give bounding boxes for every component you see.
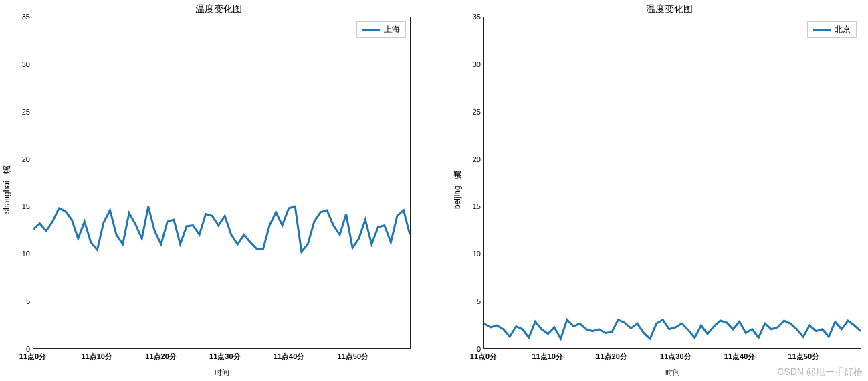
y-tick: 15 — [22, 202, 30, 210]
chart-title: 温度变化图 — [27, 3, 411, 15]
x-tick: 11点50分 — [338, 352, 368, 362]
y-tick: 25 — [22, 108, 30, 116]
charts-container: 温度变化图 shanghai温度 05101520253035 上海 11点0分… — [0, 0, 868, 381]
x-tick: 11点30分 — [660, 352, 691, 362]
y-tick: 15 — [473, 202, 481, 210]
chart-title: 温度变化图 — [477, 3, 861, 15]
x-tick: 11点20分 — [145, 352, 176, 362]
chart-beijing: 温度变化图 beijing温度 05101520253035 北京 11点0分1… — [451, 3, 861, 378]
x-tick: 11点0分 — [19, 352, 46, 362]
x-tick: 11点20分 — [596, 352, 627, 362]
plot-with-axes: 05101520253035 上海 11点0分11点10分11点20分11点30… — [14, 17, 411, 378]
x-tick: 11点10分 — [82, 352, 112, 362]
data-line — [33, 206, 410, 252]
y-tick: 10 — [22, 250, 30, 258]
y-tick: 35 — [22, 13, 30, 21]
x-axis: 11点0分11点10分11点20分11点30分11点40分11点50分 — [483, 349, 861, 368]
x-tick: 11点10分 — [532, 352, 563, 362]
x-tick: 11点40分 — [274, 352, 304, 362]
chart-body: shanghai温度 05101520253035 上海 11点0分11点10分… — [0, 17, 411, 378]
line-plot — [33, 17, 410, 348]
plot-with-axes: 05101520253035 北京 11点0分11点10分11点20分11点30… — [465, 17, 861, 378]
chart-shanghai: 温度变化图 shanghai温度 05101520253035 上海 11点0分… — [0, 3, 411, 378]
y-axis: 05101520253035 — [14, 17, 33, 349]
data-line — [484, 320, 861, 339]
x-axis: 11点0分11点10分11点20分11点30分11点40分11点50分 — [33, 349, 411, 368]
x-axis-label: 时间 — [33, 368, 411, 378]
legend-line-icon — [813, 29, 831, 31]
chart-body: beijing温度 05101520253035 北京 11点0分11点10分1… — [451, 17, 861, 378]
plot-area: 上海 — [33, 17, 411, 349]
x-axis-label: 时间 — [483, 368, 861, 378]
line-plot — [484, 17, 861, 348]
y-tick: 25 — [473, 108, 481, 116]
y-tick: 5 — [477, 297, 481, 305]
y-tick: 35 — [473, 13, 481, 21]
legend-label: 北京 — [835, 24, 851, 35]
y-tick: 10 — [473, 250, 481, 258]
y-tick: 5 — [26, 297, 30, 305]
plot-area: 北京 — [483, 17, 861, 349]
legend-label: 上海 — [384, 24, 400, 35]
y-tick: 20 — [473, 155, 481, 163]
y-axis-and-plot: 05101520253035 北京 — [465, 17, 861, 349]
legend: 北京 — [807, 21, 857, 38]
legend: 上海 — [356, 21, 406, 38]
y-tick: 30 — [22, 60, 30, 68]
x-tick: 11点30分 — [209, 352, 240, 362]
y-axis: 05101520253035 — [465, 17, 483, 349]
x-tick: 11点50分 — [788, 352, 819, 362]
y-tick: 30 — [473, 60, 481, 68]
legend-line-icon — [362, 29, 380, 31]
x-tick: 11点0分 — [470, 352, 497, 362]
x-tick: 11点40分 — [724, 352, 755, 362]
y-tick: 20 — [22, 155, 30, 163]
y-axis-and-plot: 05101520253035 上海 — [14, 17, 411, 349]
y-axis-label: shanghai温度 — [0, 17, 14, 378]
y-axis-label: beijing温度 — [451, 17, 465, 378]
